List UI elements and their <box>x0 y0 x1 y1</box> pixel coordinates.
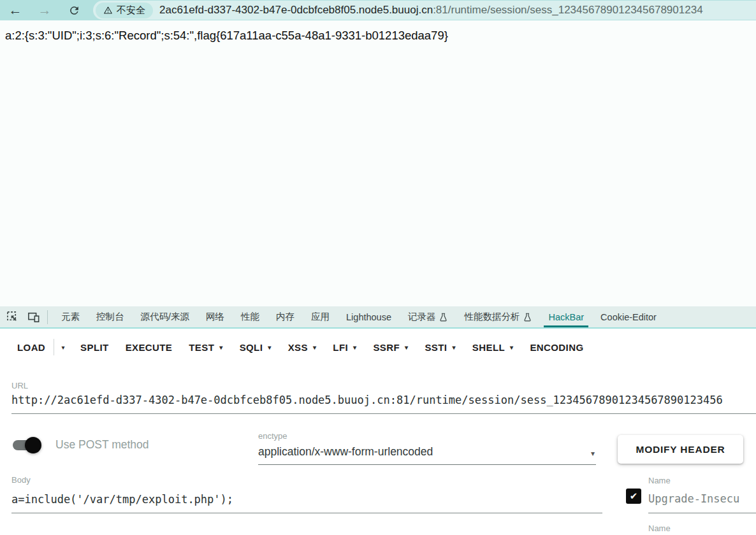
header2-name-label: Name <box>648 524 671 533</box>
enctype-select[interactable]: enctype application/x-www-form-urlencode… <box>258 431 596 465</box>
header-name-underline <box>648 513 756 513</box>
url-seg: /runtime/session/ <box>409 394 520 406</box>
tab-lighthouse[interactable]: Lighthouse <box>338 306 400 327</box>
menu-label: SHELL <box>472 342 505 353</box>
header-name-input[interactable]: Upgrade-Insecu <box>648 492 756 505</box>
load-button[interactable]: LOAD <box>9 335 54 359</box>
security-badge[interactable]: 不安全 <box>96 3 153 18</box>
devtools-tabbar: 元素 控制台 源代码/来源 网络 性能 内存 应用 Lighthouse 记录器… <box>0 306 756 329</box>
tabbar-divider <box>47 310 48 324</box>
lfi-menu-button[interactable]: LFI▾ <box>324 335 365 359</box>
reload-icon[interactable] <box>65 1 83 19</box>
hackbar-panel: LOAD ▾ SPLIT EXECUTE TEST▾ SQLI▾ XSS▾ LF… <box>0 329 756 535</box>
enctype-underline <box>258 464 596 465</box>
body-input[interactable]: a=include('/var/tmp/exploit.php'); <box>11 493 233 506</box>
tab-label: HackBar <box>548 312 584 322</box>
menu-label: TEST <box>189 342 214 353</box>
hackbar-toolbar: LOAD ▾ SPLIT EXECUTE TEST▾ SQLI▾ XSS▾ LF… <box>9 332 592 362</box>
chevron-down-icon: ▾ <box>510 344 513 351</box>
modify-header-button[interactable]: MODIFY HEADER <box>618 435 743 464</box>
url-host: 2ac61efd-d337-4302-b47e-0dcbfceb8f05.nod… <box>159 4 433 16</box>
tab-console[interactable]: 控制台 <box>88 306 133 327</box>
url-seg: b47e <box>181 394 207 406</box>
menu-label: XSS <box>288 342 308 353</box>
tab-cookie-editor[interactable]: Cookie-Editor <box>592 306 665 327</box>
xss-menu-button[interactable]: XSS▾ <box>280 335 325 359</box>
sqli-menu-button[interactable]: SQLI▾ <box>231 335 280 359</box>
address-bar[interactable]: 不安全 2ac61efd-d337-4302-b47e-0dcbfceb8f05… <box>93 1 756 20</box>
tab-recorder[interactable]: 记录器 <box>400 306 456 327</box>
url-seg: :// <box>38 394 57 406</box>
security-badge-label: 不安全 <box>117 4 145 17</box>
experiment-flask-icon <box>523 313 532 322</box>
body-seg: a=include('/var/ <box>11 493 116 506</box>
body-field-label: Body <box>11 475 31 485</box>
url-input-underline <box>11 413 756 414</box>
tab-label: Lighthouse <box>346 312 391 322</box>
chevron-down-icon: ▾ <box>405 344 408 351</box>
toggle-knob <box>25 437 41 453</box>
tab-label: 内存 <box>276 311 294 323</box>
chevron-down-icon: ▾ <box>353 344 356 351</box>
tab-hackbar[interactable]: HackBar <box>540 306 592 327</box>
reload-glyph <box>68 4 80 17</box>
encoding-menu-button[interactable]: ENCODING <box>521 335 592 359</box>
load-dropdown-button[interactable]: ▾ <box>54 335 72 359</box>
body-seg: exploit.php <box>142 493 214 506</box>
post-method-toggle[interactable] <box>13 440 39 450</box>
omnibox-url: 2ac61efd-d337-4302-b47e-0dcbfceb8f05.nod… <box>159 4 703 17</box>
tab-label: 记录器 <box>408 311 436 323</box>
menu-label: SSRF <box>373 342 400 353</box>
menu-label: SQLI <box>240 342 263 353</box>
url-seg: -4302- <box>142 394 181 406</box>
url-seg: 81 <box>396 394 409 406</box>
chevron-down-icon: ▾ <box>219 344 222 351</box>
url-seg: 0dcbfceb8f05.node5.buuoj.cn <box>214 394 389 406</box>
tab-network[interactable]: 网络 <box>198 306 233 327</box>
test-menu-button[interactable]: TEST▾ <box>180 335 231 359</box>
tab-memory[interactable]: 内存 <box>268 306 303 327</box>
back-icon[interactable]: ← <box>6 1 24 19</box>
body-seg: tmp <box>116 493 136 506</box>
url-seg: sess_12345678901234567890123456 <box>520 394 722 406</box>
tab-label: 网络 <box>206 311 224 323</box>
url-input[interactable]: http://2ac61efd-d337-4302-b47e-0dcbfceb8… <box>11 394 756 406</box>
tab-sources[interactable]: 源代码/来源 <box>133 306 198 327</box>
split-button[interactable]: SPLIT <box>72 335 117 359</box>
device-toolbar-icon[interactable] <box>24 308 43 326</box>
forward-icon[interactable]: → <box>36 1 54 19</box>
shell-menu-button[interactable]: SHELL▾ <box>464 335 522 359</box>
chevron-down-icon: ▾ <box>62 344 65 351</box>
url-seg: http <box>11 394 38 406</box>
tab-label: 控制台 <box>96 311 124 323</box>
tab-label: 元素 <box>61 311 80 323</box>
body-input-underline <box>11 513 602 513</box>
inspect-element-icon[interactable] <box>3 308 22 326</box>
tab-label: 应用 <box>311 311 330 323</box>
tab-label: 源代码/来源 <box>141 311 190 323</box>
tab-label: Cookie-Editor <box>600 312 657 322</box>
tab-label: 性能 <box>241 311 259 323</box>
ssti-menu-button[interactable]: SSTI▾ <box>416 335 463 359</box>
execute-button[interactable]: EXECUTE <box>117 335 181 359</box>
tab-performance-insights[interactable]: 性能数据分析 <box>456 306 540 327</box>
url-path: :81/runtime/session/sess_123456789012345… <box>433 4 702 16</box>
tab-performance[interactable]: 性能 <box>233 306 268 327</box>
url-seg: - <box>207 394 214 406</box>
chevron-down-icon[interactable]: ▾ <box>591 449 595 458</box>
device-glyph <box>27 311 40 323</box>
enctype-value[interactable]: application/x-www-form-urlencoded <box>258 445 596 459</box>
menu-label: LFI <box>333 342 348 353</box>
enctype-label: enctype <box>258 431 596 441</box>
menu-label: ENCODING <box>530 342 583 353</box>
chevron-down-icon: ▾ <box>313 344 316 351</box>
url-seg: 2ac61efd-d337 <box>57 394 142 406</box>
experiment-flask-icon <box>439 313 447 322</box>
tab-elements[interactable]: 元素 <box>53 306 88 327</box>
url-seg: : <box>390 394 396 406</box>
tab-application[interactable]: 应用 <box>303 306 338 327</box>
chevron-down-icon: ▾ <box>452 344 455 351</box>
chevron-down-icon: ▾ <box>268 344 271 351</box>
ssrf-menu-button[interactable]: SSRF▾ <box>365 335 416 359</box>
header-enabled-checkbox[interactable]: ✔ <box>626 489 641 504</box>
